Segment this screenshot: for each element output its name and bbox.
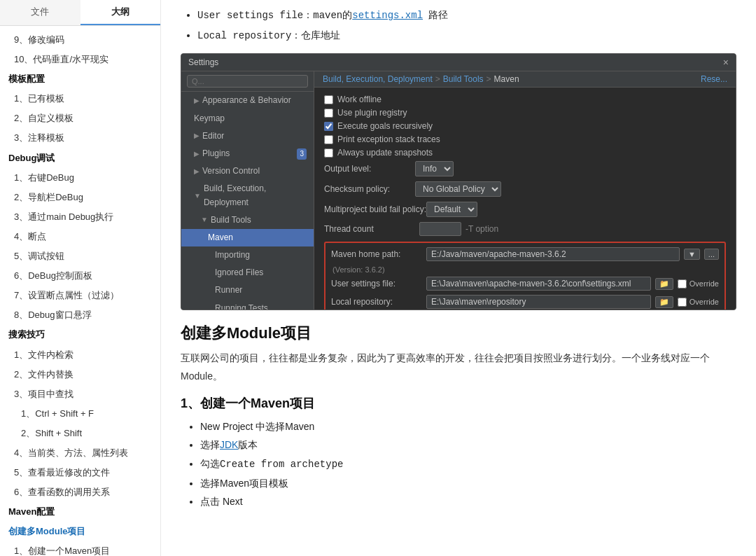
- tree-item-appearance---behavior[interactable]: ▶Appearance & Behavior: [181, 92, 314, 109]
- tree-item-runner[interactable]: Runner: [181, 282, 314, 299]
- tree-item-keymap[interactable]: Keymap: [181, 110, 314, 127]
- use-plugin-checkbox[interactable]: [324, 109, 333, 118]
- tree-item-editor[interactable]: ▶Editor: [181, 127, 314, 145]
- settings-form: Work offline Use plugin registry Execute…: [314, 88, 736, 310]
- user-settings-label: User settings file:: [331, 279, 422, 289]
- sidebar-item-header-debug[interactable]: Debug调试: [0, 148, 160, 168]
- sidebar-item-header-search[interactable]: 搜索技巧: [0, 325, 160, 345]
- sidebar-item-item-s4[interactable]: 4、当前类、方法、属性列表: [0, 443, 160, 463]
- tree-item-running-tests[interactable]: Running Tests: [181, 300, 314, 310]
- sidebar-item-item-s3[interactable]: 3、项目中查找: [0, 384, 160, 404]
- maven-home-btn1[interactable]: ▼: [684, 249, 700, 260]
- maven-home-input[interactable]: [426, 247, 680, 261]
- breadcrumb-sep1: >: [435, 74, 440, 84]
- checksum-select[interactable]: No Global Policy: [415, 181, 501, 197]
- tree-item-build--execution--deployment[interactable]: ▼Build, Execution, Deployment: [181, 180, 314, 211]
- local-repo-input[interactable]: [426, 295, 651, 309]
- multiproject-select[interactable]: Default: [426, 202, 477, 217]
- sidebar-item-item-d3[interactable]: 3、通过main Debug执行: [0, 207, 160, 227]
- sidebar-item-item-d5[interactable]: 5、调试按钮: [0, 246, 160, 266]
- top-bullet-item: User settings file：maven的settings.xml 路径: [197, 7, 736, 25]
- sidebar-item-item-s1[interactable]: 1、文件内检索: [0, 345, 160, 365]
- bullet-link[interactable]: settings.xml: [352, 10, 423, 21]
- work-offline-label: Work offline: [337, 95, 382, 104]
- tree-label: Appearance & Behavior: [202, 94, 291, 107]
- tree-item-importing[interactable]: Importing: [181, 246, 314, 264]
- main-content: User settings file：maven的settings.xml 路径…: [161, 0, 756, 556]
- sidebar-item-item-s6[interactable]: 6、查看函数的调用关系: [0, 482, 160, 502]
- execute-goals-label: Execute goals recursively: [337, 121, 433, 131]
- tree-arrow: ▶: [194, 130, 200, 141]
- execute-goals-checkbox[interactable]: [324, 122, 333, 131]
- tree-label: Running Tests: [215, 302, 268, 310]
- sidebar-item-item-t2[interactable]: 2、自定义模板: [0, 109, 160, 128]
- tree-label: Ignored Files: [215, 266, 263, 279]
- tree-label: Build, Execution, Deployment: [204, 182, 307, 209]
- print-exception-checkbox[interactable]: [324, 135, 333, 144]
- breadcrumb-maven: Maven: [494, 74, 519, 84]
- output-level-select[interactable]: Info: [415, 161, 454, 176]
- thread-label: Thread count: [324, 224, 415, 234]
- close-icon[interactable]: ×: [723, 57, 729, 68]
- sidebar: 文件 大纲 9、修改编码10、代码垂直/水平现实模板配置1、已有模板2、自定义模…: [0, 0, 161, 556]
- sidebar-item-item-d2[interactable]: 2、导航栏DeBug: [0, 188, 160, 207]
- settings-body: ▶Appearance & BehaviorKeymap▶Editor▶Plug…: [181, 71, 736, 310]
- sidebar-item-item-s2[interactable]: 2、文件内替换: [0, 365, 160, 384]
- tab-file[interactable]: 文件: [0, 0, 80, 25]
- sidebar-item-item-9[interactable]: 9、修改编码: [0, 30, 160, 50]
- sidebar-item-header-module[interactable]: 创建多Module项目: [0, 522, 160, 541]
- sidebar-item-header-template[interactable]: 模板配置: [0, 69, 160, 89]
- use-plugin-row: Use plugin registry: [324, 108, 726, 118]
- thread-input[interactable]: [419, 222, 461, 236]
- sidebar-item-item-10[interactable]: 10、代码垂直/水平现实: [0, 50, 160, 69]
- sidebar-item-item-s5[interactable]: 5、查看最近修改的文件: [0, 463, 160, 482]
- maven-version: (Version: 3.6.2): [331, 265, 719, 274]
- sidebar-tabs: 文件 大纲: [0, 0, 160, 26]
- user-settings-row: User settings file: 📁 Override: [331, 277, 719, 291]
- maven-home-btn2[interactable]: ...: [704, 249, 719, 260]
- settings-screenshot: Settings × ▶Appearance & BehaviorKeymap▶…: [181, 53, 736, 310]
- tree-item-version-control[interactable]: ▶Version Control: [181, 162, 314, 180]
- settings-search-input[interactable]: [187, 75, 308, 88]
- user-settings-override: Override: [678, 279, 719, 289]
- user-settings-input[interactable]: [426, 277, 651, 291]
- breadcrumb-buildtools[interactable]: Build Tools: [443, 74, 484, 84]
- always-update-checkbox[interactable]: [324, 148, 333, 158]
- local-repo-override-checkbox[interactable]: [678, 298, 687, 307]
- sidebar-item-header-maven[interactable]: Maven配置: [0, 502, 160, 522]
- local-repo-browse[interactable]: 📁: [655, 296, 673, 308]
- tree-label: Version Control: [202, 165, 260, 178]
- top-bullet-item: Local repository：仓库地址: [197, 27, 736, 45]
- sidebar-item-item-d4[interactable]: 4、断点: [0, 227, 160, 246]
- local-repo-override: Override: [678, 298, 719, 307]
- sidebar-item-item-t1[interactable]: 1、已有模板: [0, 89, 160, 109]
- sidebar-item-item-s3b[interactable]: 2、Shift + Shift: [0, 424, 160, 443]
- tree-item-ignored-files[interactable]: Ignored Files: [181, 264, 314, 282]
- settings-titlebar: Settings ×: [181, 54, 736, 71]
- section2-bullet-item: New Project 中选择Maven: [200, 417, 736, 436]
- section2-bullet-item: 选择JDK版本: [200, 436, 736, 454]
- sidebar-item-item-s3a[interactable]: 1、Ctrl + Shift + F: [0, 404, 160, 424]
- work-offline-checkbox[interactable]: [324, 95, 333, 104]
- tree-item-build-tools[interactable]: ▼Build Tools: [181, 211, 314, 229]
- code-span: 勾选Create from archetype: [200, 459, 343, 470]
- settings-form-panel: Build, Execution, Deployment > Build Too…: [314, 71, 736, 310]
- always-update-label: Always update snapshots: [337, 148, 433, 158]
- section2-bullet-item: 选择Maven项目模板: [200, 474, 736, 493]
- sidebar-item-item-d7[interactable]: 7、设置断点属性（过滤）: [0, 286, 160, 305]
- tree-item-plugins[interactable]: ▶Plugins3: [181, 145, 314, 162]
- section2-bullet-list: New Project 中选择Maven选择JDK版本勾选Create from…: [181, 417, 736, 511]
- user-settings-browse[interactable]: 📁: [655, 278, 673, 290]
- sidebar-item-item-d6[interactable]: 6、DeBug控制面板: [0, 266, 160, 286]
- tab-outline[interactable]: 大纲: [80, 0, 161, 25]
- sidebar-item-item-m1[interactable]: 1、创建一个Maven项目: [0, 541, 160, 556]
- sidebar-item-item-d8[interactable]: 8、Debug窗口悬浮: [0, 305, 160, 325]
- tree-label: Plugins: [202, 147, 230, 160]
- breadcrumb-build[interactable]: Build, Execution, Deployment: [323, 74, 433, 84]
- user-settings-override-checkbox[interactable]: [678, 279, 687, 289]
- tree-item-maven[interactable]: Maven: [181, 229, 314, 246]
- sidebar-item-item-t3[interactable]: 3、注释模板: [0, 128, 160, 148]
- sidebar-item-item-d1[interactable]: 1、右键DeBug: [0, 168, 160, 188]
- reset-link[interactable]: Rese...: [701, 74, 727, 84]
- section2-link[interactable]: JDK: [220, 439, 238, 450]
